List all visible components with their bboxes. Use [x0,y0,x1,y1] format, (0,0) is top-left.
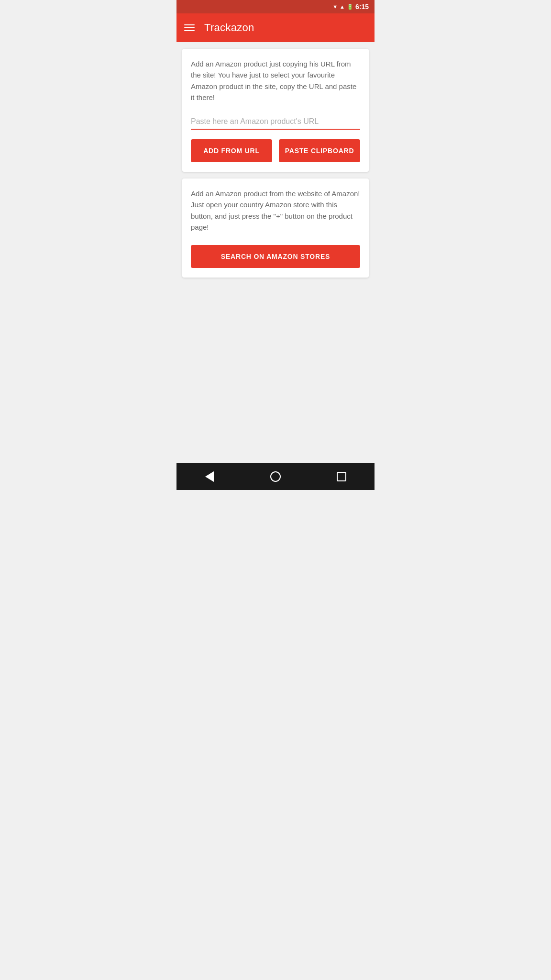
url-input-wrapper [191,113,360,130]
status-bar: ▼ ▲ 🔋 6:15 [176,0,375,13]
status-time: 6:15 [355,3,369,11]
home-icon [270,471,281,482]
app-bar: Trackazon [176,13,375,42]
paste-clipboard-button[interactable]: PASTE CLIPBOARD [279,139,360,162]
url-card: Add an Amazon product just copying his U… [182,49,369,172]
url-input[interactable] [191,113,360,130]
menu-button[interactable] [184,24,195,31]
home-button[interactable] [266,467,285,486]
app-title: Trackazon [204,22,254,34]
back-icon [205,471,214,482]
signal-icon: ▲ [340,4,345,10]
add-from-url-button[interactable]: ADD FROM URL [191,139,272,162]
wifi-icon: ▼ [332,4,338,10]
main-content: Add an Amazon product just copying his U… [176,42,375,463]
status-icons: ▼ ▲ 🔋 6:15 [332,3,369,11]
back-button[interactable] [200,467,219,486]
search-card-description: Add an Amazon product from the website o… [191,188,360,233]
url-buttons-row: ADD FROM URL PASTE CLIPBOARD [191,139,360,162]
search-amazon-button[interactable]: SEARCH ON AMAZON STORES [191,245,360,268]
battery-icon: 🔋 [347,4,353,10]
url-card-description: Add an Amazon product just copying his U… [191,58,360,103]
search-card: Add an Amazon product from the website o… [182,178,369,278]
recents-icon [337,472,346,481]
recents-button[interactable] [332,467,351,486]
bottom-nav [176,463,375,490]
